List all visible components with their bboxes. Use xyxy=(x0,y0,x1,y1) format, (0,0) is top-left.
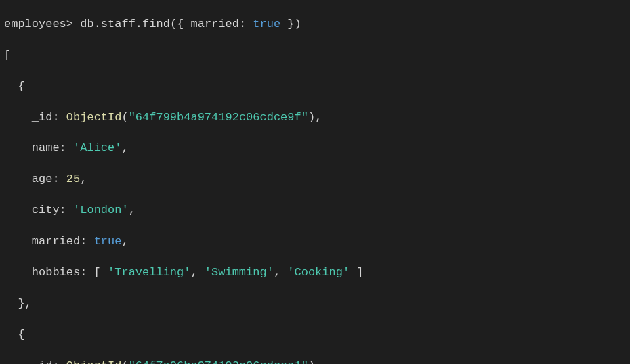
married-value: true xyxy=(94,235,122,248)
doc-open-1: { xyxy=(4,327,626,343)
objectid-close: ), xyxy=(308,359,322,364)
id-label: _id: xyxy=(4,359,66,364)
doc0-married-line: married: true, xyxy=(4,234,626,250)
married-tail: , xyxy=(121,235,128,248)
cmd-close: }) xyxy=(280,18,301,30)
doc0-city-line: city: 'London', xyxy=(4,203,626,219)
terminal-output: employees> db.staff.find({ married: true… xyxy=(0,0,630,364)
prompt-suffix: > xyxy=(66,18,80,30)
objectid-fn: ObjectId xyxy=(66,111,122,124)
doc0-age-line: age: 25, xyxy=(4,172,626,187)
objectid-value: "64f7a06ba974192c06cdcea1" xyxy=(129,359,308,364)
cmd-colon: : xyxy=(239,18,253,30)
cmd-filter-key: married xyxy=(190,18,238,30)
name-label: name: xyxy=(4,141,73,154)
city-tail: , xyxy=(129,204,135,217)
hobby-sep: , xyxy=(190,266,204,279)
city-label: city: xyxy=(4,204,73,217)
hobby-sep: , xyxy=(274,266,287,279)
age-value: 25 xyxy=(66,173,80,185)
hobby-value: 'Travelling' xyxy=(108,266,190,279)
command-line[interactable]: employees> db.staff.find({ married: true… xyxy=(4,17,626,32)
doc0-hobbies-line: hobbies: [ 'Travelling', 'Swimming', 'Co… xyxy=(4,265,626,281)
doc0-name-line: name: 'Alice', xyxy=(4,141,626,156)
city-value: 'London' xyxy=(73,204,129,217)
cmd-find: find xyxy=(142,18,170,30)
age-tail: , xyxy=(80,173,87,185)
cmd-open: ({ xyxy=(170,18,191,30)
hobby-value: 'Cooking' xyxy=(287,266,350,279)
cmd-prefix: db.staff. xyxy=(80,18,142,30)
doc-open-0: { xyxy=(4,79,626,95)
hobbies-label: hobbies: [ xyxy=(4,266,108,279)
objectid-fn: ObjectId xyxy=(66,359,122,364)
array-open: [ xyxy=(4,48,626,64)
objectid-open: ( xyxy=(121,111,128,124)
doc1-id-line: _id: ObjectId("64f7a06ba974192c06cdcea1"… xyxy=(4,359,626,364)
objectid-open: ( xyxy=(121,359,128,364)
name-tail: , xyxy=(121,141,128,154)
doc-close-0: }, xyxy=(4,296,626,312)
hobby-value: 'Swimming' xyxy=(205,266,274,279)
objectid-close: ), xyxy=(308,111,322,124)
married-label: married: xyxy=(4,235,94,248)
id-label: _id: xyxy=(4,111,66,124)
prompt-db: employees xyxy=(4,18,66,30)
objectid-value: "64f799b4a974192c06cdce9f" xyxy=(129,111,308,124)
hobbies-close: ] xyxy=(350,266,363,279)
age-label: age: xyxy=(4,173,66,185)
doc0-id-line: _id: ObjectId("64f799b4a974192c06cdce9f"… xyxy=(4,110,626,126)
cmd-filter-val: true xyxy=(253,18,280,30)
name-value: 'Alice' xyxy=(73,141,121,154)
